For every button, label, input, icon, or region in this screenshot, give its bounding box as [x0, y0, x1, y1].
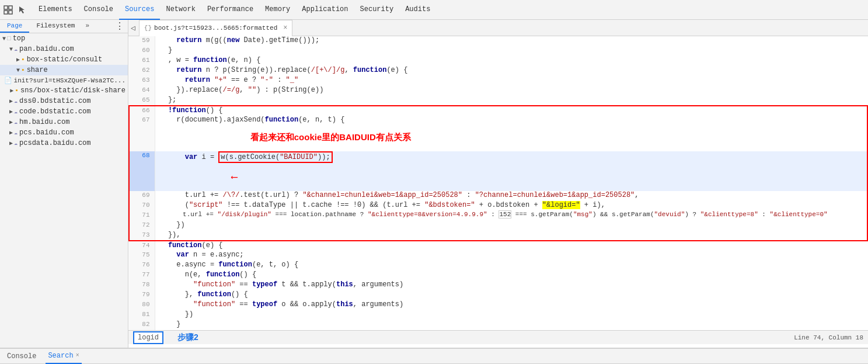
- search-tab-close[interactable]: ×: [76, 352, 79, 359]
- line-content-68: var i = w(s.getCookie("BAIDUID")); ⟵: [155, 151, 867, 191]
- code-line-79: 79 }, function() {: [129, 290, 867, 300]
- sidebar: Page Filesystem » ⋮ ▼ □ top ▼ ☁ pan.baid…: [0, 20, 128, 348]
- bottom-tab-search[interactable]: Search ×: [46, 349, 81, 364]
- tree-item-pcs-baidu[interactable]: ▶ ☁ pcs.baidu.com: [0, 127, 128, 138]
- line-num-80: 80: [129, 300, 155, 310]
- tab-security[interactable]: Security: [354, 0, 400, 20]
- file-tab-boot[interactable]: {} boot.js?t=15923...5665:formatted ×: [139, 20, 293, 36]
- line-num-74: 74: [129, 241, 155, 251]
- svg-rect-2: [4, 11, 8, 14]
- line-num-65: 65: [129, 96, 155, 106]
- arrow-left-icon: ⟵: [232, 172, 238, 183]
- line-num-66: 66: [129, 106, 155, 116]
- devtools-tabs: Elements Console Sources Network Perform…: [33, 0, 436, 20]
- bottom-tab-console[interactable]: Console: [5, 349, 39, 364]
- tree-item-init-file[interactable]: 📄 init?surl=tHSxZQueF-Wsa2TC...: [0, 75, 128, 85]
- cursor-icon[interactable]: [16, 4, 28, 16]
- code-line-68: 68 var i = w(s.getCookie("BAIDUID")); ⟵: [129, 151, 867, 191]
- line-content-78: "function" == typeof t && t.apply(this, …: [155, 280, 867, 290]
- line-num-73: 73: [129, 231, 155, 241]
- code-line-81: 81 }): [129, 310, 867, 320]
- line-content-80: "function" == typeof o && o.apply(this, …: [155, 300, 867, 310]
- bottom-panel: Console Search × Aa .* 步骤1 ↺ ⊘ ▸ system-…: [0, 348, 868, 364]
- line-num-61: 61: [129, 56, 155, 66]
- code-line-74: 74 function(e) {: [129, 241, 867, 251]
- code-line-67: 67 r(document).ajaxSend(function(e, n, t…: [129, 116, 867, 151]
- step2-label: 步骤2: [177, 332, 198, 343]
- tree-item-share[interactable]: ▼ ▪ share: [0, 65, 128, 75]
- code-line-62: 62 return n ? p(String(e)).replace(/[+\/…: [129, 66, 867, 76]
- line-num-77: 77: [129, 271, 155, 280]
- tree-item-pan-baidu[interactable]: ▼ ☁ pan.baidu.com: [0, 44, 128, 54]
- line-num-71: 71: [129, 211, 155, 221]
- code-line-71: 71 t.url += "/disk/plugin" === location.…: [129, 211, 867, 221]
- code-line-76: 76 e.async = function(e, t, o) {: [129, 261, 867, 271]
- line-content-66: !function() {: [155, 106, 867, 116]
- code-line-73: 73 }),: [129, 231, 867, 241]
- tab-elements[interactable]: Elements: [33, 0, 78, 20]
- code-position: Line 74, Column 18: [794, 334, 863, 341]
- code-line-60: 60 }: [129, 46, 867, 56]
- top-toolbar: Elements Console Sources Network Perform…: [0, 0, 868, 20]
- line-content-69: t.url += /\?/.test(t.url) ? "&channel=ch…: [155, 191, 867, 201]
- bottom-tabs: Console Search ×: [0, 349, 868, 364]
- search-tab-label: Search: [48, 352, 73, 360]
- line-content-59: return m(g((new Date).getTime()));: [155, 36, 867, 46]
- tree-item-box-consult[interactable]: ▶ ▪ box-static/consult: [0, 54, 128, 65]
- back-icon[interactable]: ◁: [131, 23, 135, 33]
- line-num-70: 70: [129, 201, 155, 211]
- tab-memory[interactable]: Memory: [259, 0, 296, 20]
- line-num-62: 62: [129, 66, 155, 76]
- line-content-72: }): [155, 221, 867, 231]
- svg-rect-1: [9, 6, 12, 9]
- sidebar-menu-icon[interactable]: ⋮: [111, 20, 128, 33]
- svg-rect-0: [4, 6, 8, 9]
- tab-sources[interactable]: Sources: [119, 0, 160, 20]
- tree-item-sns[interactable]: ▶ ▪ sns/box-static/disk-share: [0, 85, 128, 96]
- code-line-66: 66 !function() {: [129, 106, 867, 116]
- devtools-icons: [2, 4, 28, 16]
- line-num-68: 68: [129, 151, 155, 191]
- tab-network[interactable]: Network: [160, 0, 201, 20]
- tab-audits[interactable]: Audits: [399, 0, 436, 20]
- tree-item-code-bdstatic[interactable]: ▶ ☁ code.bdstatic.com: [0, 106, 128, 117]
- line-content-60: }: [155, 46, 867, 56]
- line-content-65: };: [155, 96, 867, 106]
- line-content-63: return "+" == e ? "-" : "_": [155, 76, 867, 86]
- line-num-63: 63: [129, 76, 155, 86]
- line-num-75: 75: [129, 251, 155, 261]
- line-num-79: 79: [129, 290, 155, 300]
- sidebar-tab-filesystem[interactable]: Filesystem: [29, 20, 82, 33]
- line-content-64: }).replace(/=/g, "") : p(String(e)): [155, 86, 867, 96]
- line-content-76: e.async = function(e, t, o) {: [155, 261, 867, 271]
- tree-item-dss0[interactable]: ▶ ☁ dss0.bdstatic.com: [0, 96, 128, 106]
- code-search-box[interactable]: logid: [133, 331, 163, 344]
- tab-performance[interactable]: Performance: [201, 0, 259, 20]
- line-content-61: , w = function(e, n) {: [155, 56, 867, 66]
- main-layout: Page Filesystem » ⋮ ▼ □ top ▼ ☁ pan.baid…: [0, 20, 868, 348]
- line-num-64: 64: [129, 86, 155, 96]
- line-content-71: t.url += "/disk/plugin" === location.pat…: [155, 211, 867, 221]
- code-scroll[interactable]: 59 return m(g((new Date).getTime())); 60…: [128, 36, 868, 348]
- sidebar-tab-page[interactable]: Page: [0, 20, 29, 33]
- line-content-70: ("script" !== t.dataType || t.cache !== …: [155, 201, 867, 211]
- code-status-bar: logid 步骤2 Line 74, Column 18: [128, 330, 868, 344]
- code-line-63: 63 return "+" == e ? "-" : "_": [129, 76, 867, 86]
- logid-highlight: "&logid=": [542, 201, 580, 209]
- tree-item-pcsdata-baidu[interactable]: ▶ ☁ pcsdata.baidu.com: [0, 138, 128, 148]
- line-num-76: 76: [129, 261, 155, 271]
- code-search-value: logid: [138, 334, 159, 342]
- sidebar-more-btn[interactable]: »: [82, 20, 93, 33]
- line-num-81: 81: [129, 310, 155, 320]
- line-content-73: }),: [155, 231, 867, 241]
- file-tab-close[interactable]: ×: [283, 24, 287, 32]
- line-num-59: 59: [129, 36, 155, 46]
- tab-console[interactable]: Console: [78, 0, 119, 20]
- tab-application[interactable]: Application: [296, 0, 354, 20]
- line-content-79: }, function() {: [155, 290, 867, 300]
- code-line-80: 80 "function" == typeof o && o.apply(thi…: [129, 300, 867, 310]
- inspect-icon[interactable]: [2, 4, 14, 16]
- svg-rect-3: [9, 11, 12, 14]
- tree-item-hm-baidu[interactable]: ▶ ☁ hm.baidu.com: [0, 117, 128, 127]
- tree-item-top[interactable]: ▼ □ top: [0, 33, 128, 44]
